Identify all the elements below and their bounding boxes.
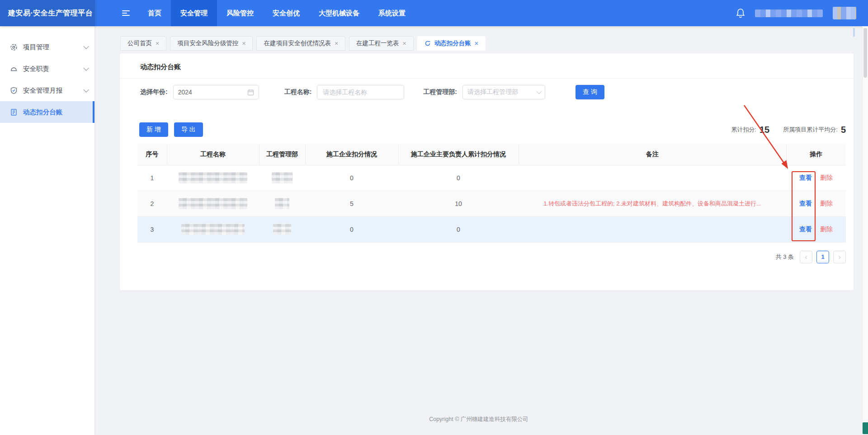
cell-project-name xyxy=(167,191,259,216)
close-icon[interactable]: × xyxy=(242,40,245,47)
app-logo-title: 建安易·安全生产管理平台 xyxy=(0,0,95,26)
nav-item-label: 大型机械设备 xyxy=(319,9,359,18)
avg-score-stat: 所属项目累计平均分: 5 xyxy=(783,125,846,135)
gear-icon xyxy=(10,43,18,51)
nav-item-system-settings[interactable]: 系统设置 xyxy=(369,0,415,26)
sidebar-item-label: 安全管理月报 xyxy=(23,86,83,95)
delete-link[interactable]: 删除 xyxy=(820,174,833,182)
avg-score-value: 5 xyxy=(841,125,846,135)
chevron-down-icon xyxy=(83,43,89,49)
close-icon[interactable]: × xyxy=(475,40,478,47)
avg-score-label: 所属项目累计平均分: xyxy=(783,126,838,134)
cell-remark xyxy=(519,165,786,191)
nav-item-label: 安全管理 xyxy=(180,9,208,18)
tab-safety-excellence-table[interactable]: 在建项目安全创优情况表 × xyxy=(256,36,345,51)
close-icon[interactable]: × xyxy=(156,40,159,47)
cell-company-score: 5 xyxy=(305,191,398,216)
page-scrollbar[interactable] xyxy=(862,26,868,435)
view-link[interactable]: 查看 xyxy=(799,174,812,182)
delete-link[interactable]: 删除 xyxy=(820,200,833,208)
copyright-footer: Copyright © 广州穗建建造科技有限公司 xyxy=(95,416,863,423)
col-company-score: 施工企业扣分情况 xyxy=(305,144,398,165)
deduction-table: 序号 工程名称 工程管理部 施工企业扣分情况 施工企业主要负责人累计扣分情况 备… xyxy=(137,144,846,243)
sidebar-item-dynamic-deduction-ledger[interactable]: 动态扣分台账 xyxy=(0,101,94,123)
header-right-group xyxy=(736,0,856,26)
export-button[interactable]: 导 出 xyxy=(174,122,203,137)
pagination-total: 共 3 条 xyxy=(776,253,794,261)
table-row: 1 0 0 查看 删除 xyxy=(137,165,846,191)
nav-item-risk-control[interactable]: 风险管控 xyxy=(217,0,263,26)
cell-dept xyxy=(259,216,305,242)
lock-icon[interactable] xyxy=(853,29,859,36)
filter-bar: 选择年份: 2024 工程名称: xyxy=(140,84,846,100)
cell-leader-score: 10 xyxy=(398,191,519,216)
tab-dynamic-deduction-ledger[interactable]: 动态扣分台账 × xyxy=(417,36,486,51)
view-link[interactable]: 查看 xyxy=(799,225,812,234)
toolbar-buttons: 新 增 导 出 xyxy=(139,122,203,137)
table-header-row: 序号 工程名称 工程管理部 施工企业扣分情况 施工企业主要负责人累计扣分情况 备… xyxy=(137,144,846,165)
tab-projects-under-construction[interactable]: 在建工程一览表 × xyxy=(349,36,414,51)
calendar-icon xyxy=(247,89,254,96)
nav-item-safety-excellence[interactable]: 安全创优 xyxy=(263,0,309,26)
cell-company-score: 0 xyxy=(305,216,398,242)
scrollbar-bottom-badge xyxy=(863,422,868,434)
app-root: 建安易·安全生产管理平台 首页 安全管理 风险管控 安全创优 大型机械设备 系统… xyxy=(0,0,868,435)
cell-dept xyxy=(259,165,305,191)
page-number-button[interactable]: 1 xyxy=(816,251,829,263)
sidebar-item-project-management[interactable]: 项目管理 xyxy=(0,36,94,58)
total-deduction-stat: 累计扣分: 15 xyxy=(731,125,769,135)
close-icon[interactable]: × xyxy=(335,40,338,47)
project-name-input[interactable] xyxy=(317,85,404,99)
main-content: 公司首页 × 项目安全风险分级管控 × 在建项目安全创优情况表 × 在建工程一览… xyxy=(95,26,863,435)
nav-item-label: 安全创优 xyxy=(273,9,300,18)
view-link[interactable]: 查看 xyxy=(799,200,812,208)
filter-project-group: 工程名称: xyxy=(284,85,405,99)
tab-label: 项目安全风险分级管控 xyxy=(177,39,238,47)
cell-project-name xyxy=(167,216,259,242)
col-dept: 工程管理部 xyxy=(259,144,305,165)
redacted-username[interactable] xyxy=(755,9,823,17)
total-deduction-value: 15 xyxy=(760,125,769,135)
search-button[interactable]: 查 询 xyxy=(576,85,604,99)
sidebar-collapse-button[interactable] xyxy=(113,0,138,26)
filter-year-group: 选择年份: 2024 xyxy=(140,85,259,99)
close-icon[interactable]: × xyxy=(403,40,406,47)
sidebar-item-safety-monthly-report[interactable]: 安全管理月报 xyxy=(0,80,94,101)
cell-leader-score: 0 xyxy=(398,216,519,242)
nav-item-home[interactable]: 首页 xyxy=(138,0,171,26)
nav-item-large-machinery[interactable]: 大型机械设备 xyxy=(309,0,369,26)
chevron-down-icon xyxy=(537,89,542,94)
filter-dept-group: 工程管理部: 请选择工程管理部 xyxy=(423,85,545,99)
year-value: 2024 xyxy=(178,89,192,96)
helmet-icon xyxy=(10,65,18,73)
prev-page-button[interactable]: ‹ xyxy=(800,251,812,263)
delete-link[interactable]: 删除 xyxy=(820,225,833,234)
shield-check-icon xyxy=(10,87,18,94)
dept-select[interactable]: 请选择工程管理部 xyxy=(462,85,545,99)
cell-actions: 查看 删除 xyxy=(786,191,846,216)
menu-fold-icon xyxy=(122,9,130,17)
stats-group: 累计扣分: 15 所属项目累计平均分: 5 xyxy=(731,125,846,135)
add-button[interactable]: 新 增 xyxy=(139,122,168,137)
col-actions: 操作 xyxy=(786,144,846,165)
refresh-icon[interactable] xyxy=(425,40,431,47)
page-title: 动态扣分台账 xyxy=(120,53,854,71)
scrollbar-thumb[interactable] xyxy=(863,28,867,78)
tab-label: 在建项目安全创优情况表 xyxy=(264,39,331,47)
total-deduction-label: 累计扣分: xyxy=(731,126,756,134)
bell-icon[interactable] xyxy=(736,8,745,18)
tab-bar: 公司首页 × 项目安全风险分级管控 × 在建项目安全创优情况表 × 在建工程一览… xyxy=(95,36,863,51)
content-card: 动态扣分台账 选择年份: 2024 xyxy=(120,53,854,290)
year-picker[interactable]: 2024 xyxy=(173,85,259,99)
project-name-label: 工程名称: xyxy=(284,88,312,96)
redacted-dept xyxy=(275,198,289,209)
cell-seq: 3 xyxy=(137,216,167,242)
next-page-button[interactable]: › xyxy=(833,251,846,263)
redacted-project-name xyxy=(179,172,247,183)
tab-project-risk-grading[interactable]: 项目安全风险分级管控 × xyxy=(170,36,253,51)
tab-company-home[interactable]: 公司首页 × xyxy=(120,36,166,51)
sidebar-item-label: 动态扣分台账 xyxy=(23,108,87,117)
sidebar-item-safety-duty[interactable]: 安全职责 xyxy=(0,58,94,80)
redacted-avatar[interactable] xyxy=(833,7,856,19)
nav-item-safety-management[interactable]: 安全管理 xyxy=(171,0,217,26)
